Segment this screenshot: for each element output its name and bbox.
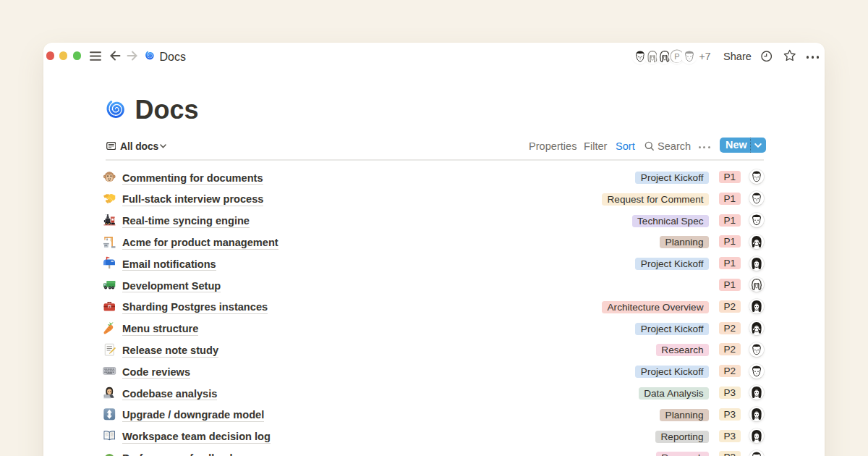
svg-text:P: P — [675, 52, 680, 61]
